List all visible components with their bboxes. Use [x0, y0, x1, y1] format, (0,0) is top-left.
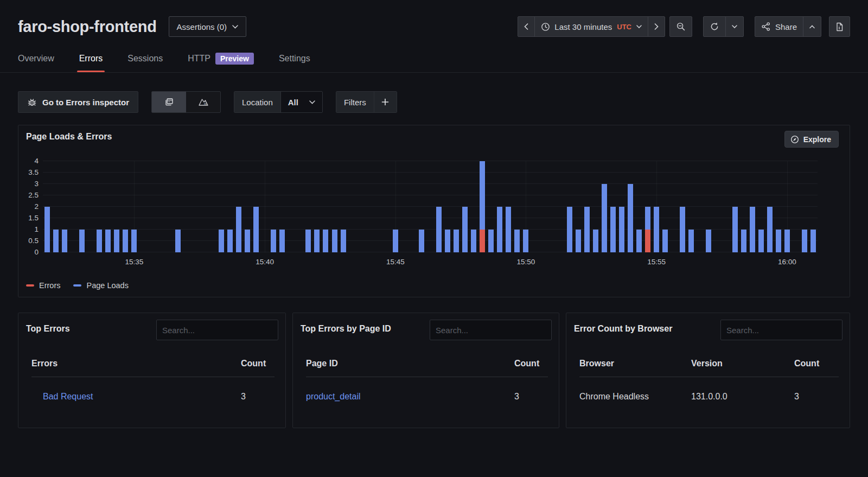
browser-source-toggle[interactable]	[152, 92, 186, 112]
chart-bar-page-loads[interactable]	[341, 230, 346, 252]
tab-settings[interactable]: Settings	[272, 46, 317, 72]
chart-bar-page-loads[interactable]	[488, 230, 494, 252]
share-button[interactable]: Share	[755, 17, 803, 36]
tab-overview[interactable]: Overview	[11, 46, 61, 72]
assertions-label: Assertions (0)	[177, 22, 227, 31]
chart-bar-page-loads[interactable]	[462, 207, 468, 252]
chart-bar-page-loads[interactable]	[706, 230, 711, 252]
chart-bar-page-loads[interactable]	[776, 230, 781, 252]
chart-bar-page-loads[interactable]	[732, 207, 738, 252]
chart-bar-page-loads[interactable]	[619, 207, 624, 252]
x-axis-label: 15:40	[256, 258, 274, 266]
chart-bar-page-loads[interactable]	[741, 230, 746, 252]
count-cell: 3	[794, 392, 839, 402]
add-filter-button[interactable]	[374, 92, 397, 112]
chart-bar-page-loads[interactable]	[245, 230, 250, 252]
chart-bar-page-loads[interactable]	[271, 230, 276, 252]
chart-bar-page-loads[interactable]	[279, 230, 285, 252]
chart-bar-page-loads[interactable]	[662, 230, 668, 252]
chart-bar-errors[interactable]	[645, 230, 650, 252]
share-dropdown[interactable]	[803, 17, 821, 36]
chart-bar-page-loads[interactable]	[497, 207, 502, 252]
chart-bar-page-loads[interactable]	[114, 230, 119, 252]
chart-bar-page-loads[interactable]	[802, 230, 807, 252]
chart-bar-page-loads[interactable]	[393, 230, 398, 252]
y-axis-label: 0.5	[20, 237, 39, 245]
chart-bar-page-loads[interactable]	[123, 230, 128, 252]
time-range-picker-button[interactable]: Last 30 minutes UTC	[534, 17, 648, 36]
location-label: Location	[234, 92, 280, 112]
refresh-interval-dropdown[interactable]	[725, 17, 743, 36]
zoom-out-time-button[interactable]	[670, 17, 692, 36]
chart-bar-page-loads[interactable]	[314, 230, 320, 252]
chart-bar-page-loads[interactable]	[523, 230, 528, 252]
search-input[interactable]	[720, 320, 843, 340]
chart-bar-page-loads[interactable]	[236, 207, 241, 252]
chart-bar-page-loads[interactable]	[445, 230, 450, 252]
error-count-by-browser-panel: Error Count by Browser Browser Version C…	[566, 313, 850, 428]
chart-bar-page-loads[interactable]	[514, 230, 520, 252]
chart-bar-page-loads[interactable]	[758, 230, 764, 252]
chart-bar-page-loads[interactable]	[253, 207, 259, 252]
chart-bar-page-loads[interactable]	[576, 230, 581, 252]
chart-bar-page-loads[interactable]	[219, 230, 224, 252]
errors-inspector-button[interactable]: Go to Errors inspector	[18, 91, 138, 113]
chart-bar-page-loads[interactable]	[480, 161, 485, 230]
chart-bar-page-loads[interactable]	[305, 230, 311, 252]
chart-bar-page-loads[interactable]	[105, 230, 111, 252]
chart-bar-page-loads[interactable]	[131, 230, 137, 252]
chart-bar-page-loads[interactable]	[610, 207, 616, 252]
chart-bar-page-loads[interactable]	[436, 207, 442, 252]
chart-bar-page-loads[interactable]	[584, 207, 590, 252]
tab-http[interactable]: HTTP Preview	[181, 46, 260, 72]
chart-bar-page-loads[interactable]	[227, 230, 233, 252]
tab-errors[interactable]: Errors	[73, 46, 110, 72]
chart-bar-page-loads[interactable]	[810, 230, 816, 252]
chart-bar-page-loads[interactable]	[602, 184, 607, 252]
chart-bar-page-loads[interactable]	[175, 230, 181, 252]
chart-bar-page-loads[interactable]	[332, 230, 337, 252]
chart-bar-errors[interactable]	[480, 230, 485, 252]
chart-bar-page-loads[interactable]	[784, 230, 790, 252]
chart-bar-page-loads[interactable]	[645, 207, 650, 230]
chart-bar-page-loads[interactable]	[567, 207, 572, 252]
chart-bar-page-loads[interactable]	[53, 230, 59, 252]
chart-bar-page-loads[interactable]	[97, 230, 102, 252]
chart-bar-page-loads[interactable]	[419, 230, 424, 252]
chart-bar-page-loads[interactable]	[471, 230, 476, 252]
assertions-dropdown-button[interactable]: Assertions (0)	[169, 16, 247, 37]
explore-button[interactable]: Explore	[784, 131, 839, 148]
tab-label: Sessions	[127, 54, 163, 63]
location-select[interactable]: All	[280, 92, 322, 112]
count-cell: 3	[514, 392, 548, 402]
tab-sessions[interactable]: Sessions	[121, 46, 169, 72]
time-shift-forward-button[interactable]	[648, 17, 665, 36]
page-id-link[interactable]: product_detail	[306, 392, 361, 401]
search-input[interactable]	[156, 320, 278, 340]
chart-bar-page-loads[interactable]	[636, 230, 642, 252]
legend-item-page-loads[interactable]: Page Loads	[73, 281, 128, 290]
chart-bar-page-loads[interactable]	[593, 230, 598, 252]
chevron-left-icon	[524, 23, 528, 30]
legend-item-errors[interactable]: Errors	[26, 281, 60, 290]
chart-bar-page-loads[interactable]	[767, 207, 773, 252]
chart-bar-page-loads[interactable]	[62, 230, 67, 252]
time-range-group: Last 30 minutes UTC	[518, 16, 665, 37]
chart-bar-page-loads[interactable]	[323, 230, 328, 252]
chart-bar-page-loads[interactable]	[688, 230, 694, 252]
k6-source-toggle[interactable]: k6	[186, 92, 220, 112]
explore-label: Explore	[803, 135, 831, 144]
chart-bar-page-loads[interactable]	[506, 207, 511, 252]
search-input[interactable]	[430, 320, 552, 340]
time-shift-back-button[interactable]	[518, 17, 534, 36]
chart-bar-page-loads[interactable]	[680, 207, 685, 252]
chart-bar-page-loads[interactable]	[628, 184, 633, 252]
chart-bar-page-loads[interactable]	[79, 230, 85, 252]
chart-bar-page-loads[interactable]	[454, 230, 459, 252]
chart-bar-page-loads[interactable]	[654, 207, 659, 252]
report-document-button[interactable]	[829, 17, 850, 36]
chart-bar-page-loads[interactable]	[44, 207, 50, 252]
error-link[interactable]: Bad Request	[43, 392, 93, 401]
refresh-button[interactable]	[704, 17, 725, 36]
chart-bar-page-loads[interactable]	[750, 207, 755, 252]
